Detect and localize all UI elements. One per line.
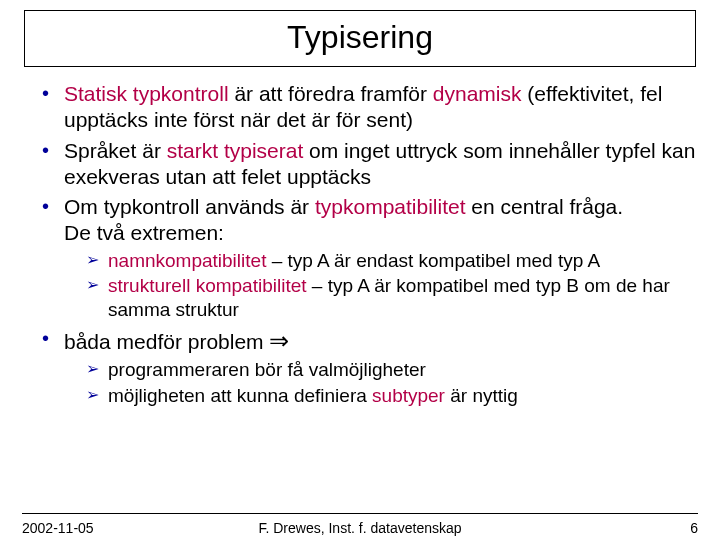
- slide-title: Typisering: [25, 19, 695, 56]
- bullet-2: Språket är starkt typiserat om inget utt…: [46, 138, 702, 191]
- text: De två extremen:: [64, 221, 224, 244]
- footer-author: F. Drewes, Inst. f. datavetenskap: [0, 520, 720, 536]
- subbullet-name-compat: namnkompatibilitet – typ A är endast kom…: [88, 249, 702, 273]
- term-subtypes: subtyper: [372, 385, 445, 406]
- bullet-1: Statisk typkontroll är att föredra framf…: [46, 81, 702, 134]
- term-static-typecheck: Statisk typkontroll: [64, 82, 229, 105]
- slide: Typisering Statisk typkontroll är att fö…: [0, 10, 720, 540]
- subbullet-structural-compat: strukturell kompatibilitet – typ A är ko…: [88, 274, 702, 322]
- term-type-compatibility: typkompatibilitet: [315, 195, 466, 218]
- bullet-3: Om typkontroll används är typkompatibili…: [46, 194, 702, 322]
- footer: 2002-11-05 F. Drewes, Inst. f. dataveten…: [0, 513, 720, 536]
- term-strongly-typed: starkt typiserat: [167, 139, 304, 162]
- sublist-2: programmeraren bör få valmöjligheter möj…: [64, 358, 702, 408]
- text: möjligheten att kunna definiera: [108, 385, 372, 406]
- text: programmeraren bör få valmöjligheter: [108, 359, 426, 380]
- bullet-4: båda medför problem ⇒ programmeraren bör…: [46, 326, 702, 408]
- implies-symbol: ⇒: [269, 328, 289, 354]
- footer-row: 2002-11-05 F. Drewes, Inst. f. dataveten…: [22, 520, 698, 536]
- footer-divider: [22, 513, 698, 514]
- text: är att föredra framför: [229, 82, 433, 105]
- text: – typ A är endast kompatibel med typ A: [266, 250, 600, 271]
- text: båda medför problem: [64, 330, 269, 353]
- title-box: Typisering: [24, 10, 696, 67]
- subbullet-programmer-choice: programmeraren bör få valmöjligheter: [88, 358, 702, 382]
- subbullet-subtypes: möjligheten att kunna definiera subtyper…: [88, 384, 702, 408]
- text: Språket är: [64, 139, 167, 162]
- term-name-compat: namnkompatibilitet: [108, 250, 266, 271]
- bullet-list: Statisk typkontroll är att föredra framf…: [18, 81, 702, 407]
- text: är nyttig: [445, 385, 518, 406]
- term-dynamic: dynamisk: [433, 82, 522, 105]
- text: Om typkontroll används är: [64, 195, 315, 218]
- text: en central fråga.: [466, 195, 624, 218]
- term-structural-compat: strukturell kompatibilitet: [108, 275, 307, 296]
- sublist-1: namnkompatibilitet – typ A är endast kom…: [64, 249, 702, 322]
